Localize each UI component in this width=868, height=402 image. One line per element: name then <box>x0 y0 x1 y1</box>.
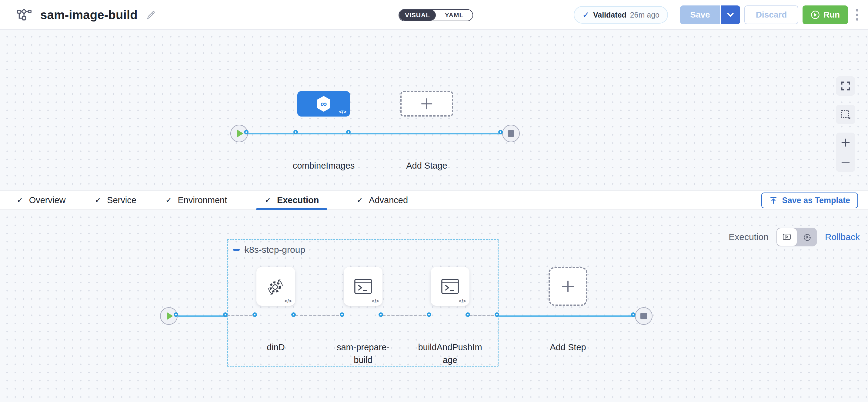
link-port[interactable] <box>498 130 503 134</box>
rollback-link[interactable]: Rollback <box>825 232 860 242</box>
code-icon: </> <box>372 299 379 304</box>
chevron-down-icon <box>727 13 734 17</box>
link-port[interactable] <box>631 312 636 317</box>
tab-label: Overview <box>29 195 66 205</box>
stage-flow-line <box>248 133 502 134</box>
header-actions: ✓ Validated 26m ago Save Discard Run <box>574 5 861 24</box>
link-port[interactable] <box>252 312 257 317</box>
add-step-label: Add Step <box>535 341 601 354</box>
pipeline-end-node <box>502 125 520 142</box>
link-port[interactable] <box>244 130 249 134</box>
zoom-in-icon[interactable] <box>841 138 850 147</box>
check-icon: ✓ <box>165 195 173 205</box>
rollback-circular-play-icon <box>803 233 812 241</box>
pipeline-studio: sam-image-build VISUAL YAML ✓ Validated … <box>0 0 868 402</box>
rollback-mode-button[interactable] <box>797 228 817 246</box>
start-play-icon <box>237 130 243 137</box>
more-options-kebab-icon[interactable] <box>854 7 861 23</box>
step-dash-line <box>295 315 344 316</box>
link-port[interactable] <box>495 312 499 317</box>
link-port[interactable] <box>291 312 296 317</box>
validated-label: Validated <box>593 10 626 20</box>
code-icon: </> <box>285 299 291 304</box>
validated-badge[interactable]: ✓ Validated 26m ago <box>574 6 668 24</box>
tabs: ✓ Overview ✓ Service ✓ Environment ✓ Exe… <box>17 191 408 209</box>
tab-overview[interactable]: ✓ Overview <box>17 191 65 209</box>
step-card-dind[interactable]: </> <box>256 267 295 306</box>
code-icon: </> <box>339 109 346 115</box>
tab-label: Advanced <box>369 195 408 205</box>
zoom-controls <box>836 133 855 172</box>
check-icon: ✓ <box>356 195 363 205</box>
stage-config-tabs: ✓ Overview ✓ Service ✓ Environment ✓ Exe… <box>0 190 868 210</box>
terminal-icon <box>441 277 460 295</box>
run-button[interactable]: Run <box>803 5 848 24</box>
tab-environment[interactable]: ✓ Environment <box>165 191 227 209</box>
link-port[interactable] <box>340 312 344 317</box>
toggle-yaml[interactable]: YAML <box>436 10 472 21</box>
marquee-select-button[interactable] <box>836 105 855 124</box>
pipeline-icon <box>17 8 32 22</box>
link-port[interactable] <box>378 312 383 317</box>
step-flow-line <box>178 315 227 317</box>
start-play-icon <box>167 312 173 320</box>
stop-square-icon <box>508 130 514 137</box>
tab-execution[interactable]: ✓ Execution <box>256 191 327 209</box>
link-port[interactable] <box>174 312 178 317</box>
execution-end-node <box>635 307 652 325</box>
stop-square-icon <box>641 313 647 320</box>
tab-label: Environment <box>178 195 227 205</box>
plus-icon <box>420 97 433 110</box>
save-button[interactable]: Save <box>680 5 721 24</box>
execution-rollback-switch <box>776 228 817 246</box>
link-port[interactable] <box>427 312 431 317</box>
step-card-sam-prepare-build[interactable]: </> <box>344 267 382 306</box>
link-infinity-glyph: ∞ <box>320 99 327 108</box>
step-label: sam-prepare-build <box>330 341 396 366</box>
execution-mode-label: Execution <box>728 232 769 242</box>
save-as-template-label: Save as Template <box>782 196 850 205</box>
add-step-button[interactable] <box>549 267 587 306</box>
link-port[interactable] <box>293 130 298 134</box>
collapse-minus-icon[interactable] <box>233 249 240 250</box>
step-label: dinD <box>243 341 309 354</box>
link-port[interactable] <box>223 312 227 317</box>
step-group-header: k8s-step-group <box>233 244 305 255</box>
code-icon: </> <box>459 299 466 304</box>
tab-advanced[interactable]: ✓ Advanced <box>356 191 408 209</box>
fullscreen-button[interactable] <box>836 76 855 96</box>
save-dropdown-button[interactable] <box>721 5 740 24</box>
play-box-icon <box>782 233 791 241</box>
discard-button[interactable]: Discard <box>744 5 798 24</box>
add-stage-button[interactable] <box>400 91 453 116</box>
check-icon: ✓ <box>95 195 101 205</box>
step-dash-line <box>382 315 431 316</box>
step-card-buildandpushimage[interactable]: </> <box>431 267 469 306</box>
check-icon: ✓ <box>17 195 24 205</box>
check-icon: ✓ <box>582 10 589 20</box>
run-label: Run <box>824 10 840 20</box>
execution-mode-button[interactable] <box>776 228 797 246</box>
validated-time: 26m ago <box>630 10 659 20</box>
header: sam-image-build VISUAL YAML ✓ Validated … <box>0 0 868 30</box>
terminal-icon <box>354 277 372 295</box>
toggle-visual[interactable]: VISUAL <box>399 10 436 21</box>
tab-service[interactable]: ✓ Service <box>95 191 136 209</box>
page-title: sam-image-build <box>40 8 137 22</box>
save-split-button: Save <box>680 5 740 24</box>
link-port[interactable] <box>346 130 351 134</box>
marquee-selection-icon <box>840 109 851 120</box>
gear-sync-icon <box>265 276 286 297</box>
tab-label: Execution <box>277 195 319 205</box>
step-dash-line <box>227 315 256 316</box>
link-port[interactable] <box>466 312 470 317</box>
add-stage-label: Add Stage <box>381 159 472 172</box>
stage-node-combineimages[interactable]: ∞ </> <box>297 91 350 116</box>
save-as-template-button[interactable]: Save as Template <box>761 193 858 208</box>
stage-label: combineImages <box>278 159 369 172</box>
title-group: sam-image-build <box>17 0 156 30</box>
zoom-out-icon[interactable] <box>841 158 850 167</box>
tab-label: Service <box>107 195 136 205</box>
edit-pencil-icon[interactable] <box>146 10 156 20</box>
step-group-name: k8s-step-group <box>245 244 305 255</box>
